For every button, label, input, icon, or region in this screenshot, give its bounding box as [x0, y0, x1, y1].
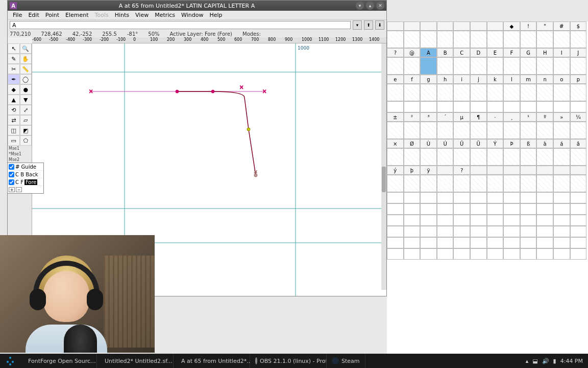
maximize-button[interactable]: ▴	[366, 2, 374, 10]
glyph-header-cell[interactable]: Ú	[437, 139, 454, 148]
glyph-header-cell[interactable]: l	[503, 75, 520, 84]
glyph-cell[interactable]	[487, 215, 504, 226]
tray-battery-icon[interactable]: ▮	[553, 358, 556, 364]
glyph-header-cell[interactable]: j	[470, 75, 487, 84]
glyph-header-cell[interactable]: ³	[420, 112, 437, 122]
glyph-cell[interactable]	[470, 175, 487, 192]
glyph-header-cell[interactable]: k	[487, 75, 504, 84]
glyph-header-cell[interactable]: F	[503, 48, 520, 57]
glyph-cell[interactable]	[570, 237, 587, 248]
glyph-cell[interactable]	[570, 175, 587, 192]
glyph-cell[interactable]	[503, 101, 520, 112]
glyph-cell[interactable]	[520, 31, 537, 48]
glyph-header-cell[interactable]: #	[553, 21, 570, 31]
fore-visible-checkbox[interactable]	[9, 179, 14, 185]
close-button[interactable]: ✕	[376, 2, 384, 10]
glyph-dropdown-button[interactable]: ▾	[353, 20, 362, 30]
glyph-header-cell[interactable]	[470, 166, 487, 175]
glyph-cell[interactable]	[404, 226, 421, 237]
glyph-cell[interactable]	[503, 122, 520, 139]
glyph-cell[interactable]	[453, 57, 470, 75]
font-overview-grid[interactable]: ◆!"#$?@ABCDEFGHIJefghijklmnop±²³´µ¶·¸¹º»…	[387, 21, 588, 354]
pointer-tool[interactable]: ↖	[8, 43, 20, 54]
glyph-cell[interactable]	[437, 31, 454, 48]
task-untitled2[interactable]: Untitled2* Untitled2.sf...	[97, 354, 174, 368]
glyph-cell[interactable]	[553, 148, 570, 166]
glyph-cell[interactable]	[420, 215, 437, 226]
glyph-cell[interactable]	[420, 84, 437, 101]
glyph-header-cell[interactable]: $	[570, 21, 587, 31]
glyph-header-cell[interactable]: ×	[387, 139, 404, 148]
glyph-header-cell[interactable]: ¸	[503, 112, 520, 122]
glyph-header-cell[interactable]: @	[404, 48, 421, 57]
glyph-cell[interactable]	[520, 203, 537, 215]
glyph-header-cell[interactable]	[387, 21, 404, 31]
clock[interactable]: 4:44 PM	[560, 358, 583, 364]
glyph-cell[interactable]	[536, 31, 553, 48]
glyph-cell[interactable]	[404, 148, 421, 166]
glyph-name-input[interactable]	[10, 21, 351, 29]
glyph-header-cell[interactable]: ¶	[470, 112, 487, 122]
glyph-cell[interactable]	[520, 192, 537, 203]
glyph-cell[interactable]	[553, 101, 570, 112]
glyph-cell[interactable]	[387, 226, 404, 237]
glyph-header-cell[interactable]: m	[520, 75, 537, 84]
glyph-cell[interactable]	[420, 148, 437, 166]
glyph-header-cell[interactable]: A	[420, 48, 437, 57]
glyph-cell[interactable]	[387, 148, 404, 166]
glyph-cell[interactable]	[470, 101, 487, 112]
glyph-cell[interactable]	[570, 84, 587, 101]
glyph-header-cell[interactable]	[437, 166, 454, 175]
tray-up-icon[interactable]: ▴	[526, 358, 529, 364]
glyph-header-cell[interactable]: J	[570, 48, 587, 57]
glyph-cell[interactable]	[570, 31, 587, 48]
glyph-cell[interactable]	[520, 122, 537, 139]
glyph-header-cell[interactable]	[553, 166, 570, 175]
glyph-cell[interactable]	[470, 84, 487, 101]
skew-tool[interactable]: ▱	[20, 115, 32, 125]
flip-tool[interactable]: ⇄	[8, 115, 20, 125]
glyph-cell[interactable]	[503, 203, 520, 215]
tangent-tool[interactable]: ▲	[8, 95, 20, 105]
glyph-cell[interactable]	[470, 237, 487, 248]
glyph-cell[interactable]	[553, 226, 570, 237]
glyph-header-cell[interactable]: e	[387, 75, 404, 84]
glyph-cell[interactable]	[570, 148, 587, 166]
glyph-cell[interactable]	[404, 248, 421, 260]
glyph-cell[interactable]	[453, 215, 470, 226]
glyph-header-cell[interactable]	[404, 21, 421, 31]
glyph-header-cell[interactable]: »	[553, 112, 570, 122]
glyph-cell[interactable]	[453, 237, 470, 248]
glyph-cell[interactable]	[404, 84, 421, 101]
glyph-cell[interactable]	[570, 101, 587, 112]
pen-tool[interactable]: ✒	[8, 74, 20, 84]
prev-glyph-button[interactable]: ⬆	[364, 20, 373, 30]
glyph-cell[interactable]	[487, 31, 504, 48]
glyph-cell[interactable]	[387, 122, 404, 139]
glyph-header-cell[interactable]	[520, 166, 537, 175]
layer-back[interactable]: C B Back	[8, 171, 43, 178]
glyph-cell[interactable]	[520, 248, 537, 260]
glyph-cell[interactable]	[487, 237, 504, 248]
glyph-cell[interactable]	[536, 148, 553, 166]
glyph-cell[interactable]	[420, 175, 437, 192]
glyph-header-cell[interactable]	[503, 166, 520, 175]
glyph-cell[interactable]	[503, 226, 520, 237]
menu-element[interactable]: Element	[62, 11, 92, 19]
glyph-cell[interactable]	[570, 192, 587, 203]
glyph-cell[interactable]	[404, 122, 421, 139]
glyph-cell[interactable]	[387, 84, 404, 101]
glyph-header-cell[interactable]: à	[536, 139, 553, 148]
menu-edit[interactable]: Edit	[25, 11, 42, 19]
glyph-cell[interactable]	[420, 57, 437, 75]
glyph-header-cell[interactable]: ◆	[503, 21, 520, 31]
glyph-header-cell[interactable]	[487, 21, 504, 31]
glyph-cell[interactable]	[404, 175, 421, 192]
glyph-header-cell[interactable]: B	[437, 48, 454, 57]
glyph-cell[interactable]	[470, 248, 487, 260]
glyph-cell[interactable]	[553, 84, 570, 101]
glyph-cell[interactable]	[503, 175, 520, 192]
glyph-cell[interactable]	[470, 122, 487, 139]
glyph-cell[interactable]	[503, 248, 520, 260]
glyph-header-cell[interactable]: º	[536, 112, 553, 122]
